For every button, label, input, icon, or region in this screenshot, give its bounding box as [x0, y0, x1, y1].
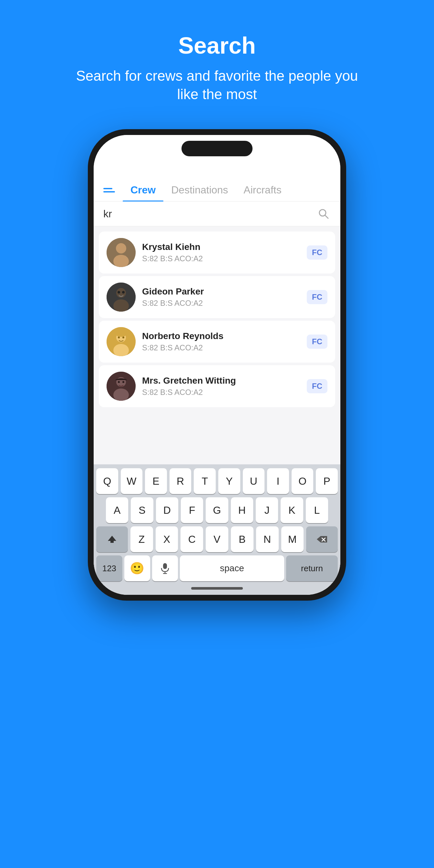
- keyboard: Q W E R T Y U I O P A: [94, 464, 340, 595]
- svg-point-9: [122, 291, 125, 293]
- svg-line-1: [325, 215, 328, 218]
- table-row[interactable]: Norberto Reynolds S:82 B:S ACO:A2 FC: [99, 321, 335, 363]
- search-icon-button[interactable]: [316, 207, 331, 221]
- key-emoji[interactable]: 🙂: [124, 555, 150, 581]
- search-input[interactable]: [103, 208, 316, 220]
- key-b[interactable]: B: [231, 526, 253, 552]
- keyboard-row-4: 123 🙂 space retur: [96, 555, 338, 581]
- key-z[interactable]: Z: [130, 526, 153, 552]
- key-microphone[interactable]: [152, 555, 178, 581]
- key-h[interactable]: H: [231, 497, 253, 523]
- avatar-image: [106, 372, 135, 401]
- svg-rect-24: [163, 563, 167, 569]
- table-row[interactable]: Mrs. Gretchen Witting S:82 B:S ACO:A2 FC: [99, 365, 335, 407]
- key-r[interactable]: R: [169, 468, 191, 494]
- key-u[interactable]: U: [243, 468, 265, 494]
- fc-badge: FC: [307, 290, 328, 304]
- key-q[interactable]: Q: [96, 468, 118, 494]
- result-name: Norberto Reynolds: [142, 331, 300, 341]
- key-g[interactable]: G: [206, 497, 228, 523]
- result-meta: S:82 B:S ACO:A2: [142, 343, 300, 352]
- key-p[interactable]: P: [316, 468, 338, 494]
- key-j[interactable]: J: [256, 497, 278, 523]
- phone-notch: [182, 141, 252, 156]
- keyboard-row-2: A S D F G H J K L: [96, 497, 338, 523]
- header-section: Search Search for crews and favorite the…: [0, 0, 434, 103]
- tab-bar: Crew Destinations Aircrafts: [94, 174, 340, 202]
- key-space[interactable]: space: [180, 555, 284, 581]
- tab-crew[interactable]: Crew: [123, 179, 163, 201]
- table-row[interactable]: Krystal Kiehn S:82 B:S ACO:A2 FC: [99, 231, 335, 274]
- result-name: Gideon Parker: [142, 286, 300, 297]
- key-numbers[interactable]: 123: [96, 555, 122, 581]
- backspace-icon: [316, 535, 328, 544]
- svg-point-13: [115, 330, 127, 337]
- key-s[interactable]: S: [131, 497, 153, 523]
- avatar-image: [106, 327, 135, 356]
- search-bar: [94, 202, 340, 226]
- page-subtitle: Search for crews and favorite the people…: [72, 66, 362, 103]
- avatar-image: [106, 283, 135, 312]
- key-d[interactable]: D: [156, 497, 178, 523]
- menu-line-1: [103, 188, 113, 189]
- result-info: Krystal Kiehn S:82 B:S ACO:A2: [142, 242, 300, 263]
- key-a[interactable]: A: [106, 497, 128, 523]
- result-meta: S:82 B:S ACO:A2: [142, 299, 300, 308]
- svg-marker-21: [108, 536, 116, 543]
- key-backspace[interactable]: [306, 526, 338, 552]
- phone-screen: Crew Destinations Aircrafts: [94, 135, 340, 595]
- avatar: [106, 283, 135, 312]
- key-l[interactable]: L: [306, 497, 328, 523]
- fc-badge: FC: [307, 335, 328, 349]
- avatar: [106, 372, 135, 401]
- tab-aircrafts[interactable]: Aircrafts: [236, 179, 289, 201]
- key-k[interactable]: K: [281, 497, 303, 523]
- shift-icon: [107, 534, 117, 544]
- fc-badge: FC: [307, 245, 328, 259]
- key-return[interactable]: return: [286, 555, 338, 581]
- svg-point-15: [122, 337, 124, 338]
- menu-line-2: [103, 191, 115, 192]
- microphone-icon: [160, 562, 170, 574]
- search-icon: [318, 208, 330, 220]
- key-c[interactable]: C: [181, 526, 203, 552]
- home-indicator: [96, 585, 338, 592]
- key-y[interactable]: Y: [218, 468, 240, 494]
- avatar: [106, 238, 135, 267]
- table-row[interactable]: Gideon Parker S:82 B:S ACO:A2 FC: [99, 276, 335, 318]
- menu-icon-button[interactable]: [103, 188, 115, 192]
- tab-destinations[interactable]: Destinations: [163, 179, 236, 201]
- result-info: Gideon Parker S:82 B:S ACO:A2: [142, 286, 300, 308]
- key-w[interactable]: W: [121, 468, 143, 494]
- avatar: [106, 327, 135, 356]
- key-m[interactable]: M: [281, 526, 304, 552]
- fc-badge: FC: [307, 379, 328, 393]
- phone-screen-area: Crew Destinations Aircrafts: [94, 135, 340, 595]
- key-n[interactable]: N: [256, 526, 279, 552]
- key-x[interactable]: X: [156, 526, 178, 552]
- avatar-image: [106, 238, 135, 267]
- phone-body: Crew Destinations Aircrafts: [88, 129, 346, 600]
- result-name: Mrs. Gretchen Witting: [142, 376, 300, 386]
- app-content: Crew Destinations Aircrafts: [94, 158, 340, 595]
- results-list: Krystal Kiehn S:82 B:S ACO:A2 FC: [94, 226, 340, 464]
- result-meta: S:82 B:S ACO:A2: [142, 388, 300, 397]
- result-meta: S:82 B:S ACO:A2: [142, 254, 300, 263]
- result-name: Krystal Kiehn: [142, 242, 300, 252]
- svg-point-3: [116, 243, 126, 253]
- result-info: Mrs. Gretchen Witting S:82 B:S ACO:A2: [142, 376, 300, 397]
- key-f[interactable]: F: [181, 497, 203, 523]
- key-e[interactable]: E: [145, 468, 167, 494]
- svg-point-19: [118, 381, 120, 383]
- svg-point-8: [118, 291, 120, 293]
- key-t[interactable]: T: [194, 468, 216, 494]
- result-info: Norberto Reynolds S:82 B:S ACO:A2: [142, 331, 300, 352]
- page-title: Search: [178, 32, 256, 59]
- keyboard-row-3: Z X C V B N M: [96, 526, 338, 552]
- key-shift[interactable]: [96, 526, 128, 552]
- key-i[interactable]: I: [267, 468, 289, 494]
- key-v[interactable]: V: [206, 526, 228, 552]
- keyboard-row-1: Q W E R T Y U I O P: [96, 468, 338, 494]
- key-o[interactable]: O: [291, 468, 314, 494]
- phone-mockup: Crew Destinations Aircrafts: [88, 129, 346, 614]
